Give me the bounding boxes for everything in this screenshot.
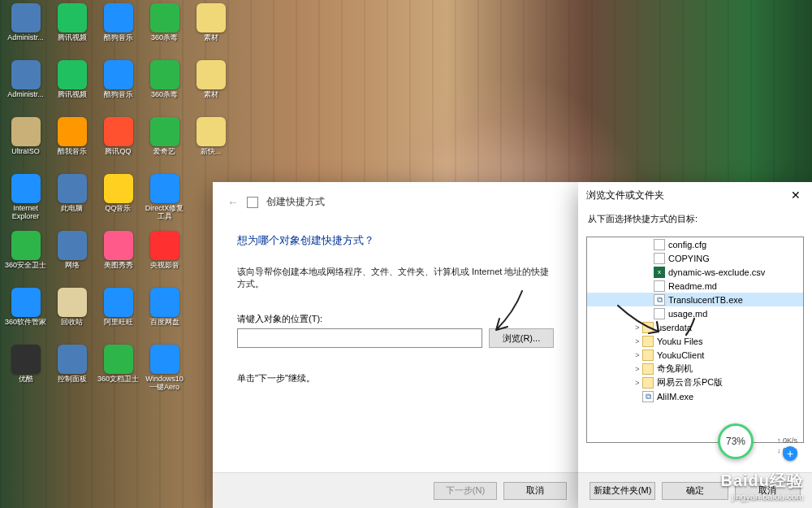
desktop-icon-label: 网络 [50,262,94,270]
speed-plus-button[interactable]: + [783,446,797,461]
desktop-icon[interactable]: 360文档卫士 [96,345,140,400]
desktop-icon-label: Windows10一键Aero [142,376,187,392]
desktop-icon[interactable]: 酷狗音乐 [96,3,140,59]
tree-node[interactable]: >YoukuClient [587,348,803,362]
close-icon[interactable]: ✕ [788,189,804,202]
tree-node[interactable]: >Youku Files [587,334,803,348]
desktop-icon[interactable]: 优酷 [3,345,48,400]
desktop-icon-label: 央视影音 [142,262,187,270]
desktop-icon[interactable]: 央视影音 [142,231,187,286]
desktop-icon[interactable]: 美图秀秀 [96,231,140,286]
tree-node-label: TranslucentTB.exe [668,295,743,305]
desktop-icon[interactable]: 回收站 [50,288,94,343]
desktop-icon-label: 回收站 [50,319,94,327]
app-icon [104,60,133,89]
next-button[interactable]: 下一步(N) [434,482,497,500]
location-input[interactable] [237,328,482,348]
network-speed-ball[interactable]: 73% [718,423,754,459]
watermark-url: jingyan.baidu.com [720,492,804,501]
expand-arrow-icon[interactable]: > [633,323,642,332]
desktop-icon[interactable]: 酷我音乐 [50,117,94,172]
tree-node-label: usage.md [668,309,707,319]
desktop-icon[interactable]: 腾讯视频 [50,60,94,115]
tree-node[interactable]: >奇兔刷机 [587,362,803,376]
expand-arrow-icon[interactable]: > [633,365,642,373]
desktop-icon[interactable]: 百度网盘 [142,288,187,343]
desktop-icon[interactable]: Internet Explorer [3,174,48,229]
tree-node[interactable]: ⧉AliIM.exe [587,389,803,403]
wizard-description: 该向导帮你创建本地或网络程序、文件、文件夹、计算机或 Internet 地址的快… [237,266,554,290]
app-icon [11,3,41,33]
app-icon [11,60,41,89]
tree-node[interactable]: xdynamic-ws-exclude.csv [587,265,803,279]
desktop-icon[interactable]: 网络 [50,231,94,286]
cancel-button[interactable]: 取消 [503,482,567,500]
desktop-icon[interactable]: 酷狗音乐 [96,60,140,115]
desktop-icon[interactable]: QQ音乐 [96,174,140,229]
folder-icon [642,336,654,347]
app-icon [11,117,41,146]
desktop-icon[interactable]: 控制面板 [50,345,94,400]
new-folder-button[interactable]: 新建文件夹(M) [590,482,655,500]
ok-button[interactable]: 确定 [662,482,728,500]
app-icon [58,345,87,374]
desktop-icon[interactable]: 新快... [188,117,233,172]
desktop-icon[interactable]: 素材 [188,60,233,115]
tree-node[interactable]: config.cfg [587,237,803,251]
app-icon [197,117,226,146]
tree-node[interactable]: >userdata [587,320,803,334]
folder-icon [642,350,654,361]
folder-icon [642,363,654,375]
desktop-icon-label: 360杀毒 [142,34,187,42]
desktop-icon-label: 控制面板 [50,376,94,384]
desktop-icon-label: DirectX修复工具 [142,205,187,221]
desktop-icon[interactable]: 此电脑 [50,174,94,229]
desktop-icon-grid: Administr...腾讯视频酷狗音乐360杀毒素材Administr...腾… [0,0,236,403]
back-arrow-icon[interactable]: ← [227,196,239,209]
desktop-icon[interactable]: 腾讯QQ [96,117,140,172]
shortcut-icon [247,197,258,208]
tree-node-label: Youku Files [657,336,702,346]
desktop-icon-label: 腾讯QQ [96,148,140,156]
desktop-icon[interactable]: 腾讯视频 [50,3,94,59]
desktop-icon[interactable]: 360杀毒 [142,3,187,59]
tree-node-label: YoukuClient [657,350,704,360]
file-icon [654,308,665,319]
exe-icon: ⧉ [642,391,654,402]
app-icon [150,288,179,317]
wizard-question: 想为哪个对象创建快捷方式？ [237,233,554,248]
tree-node[interactable]: COPYING [587,251,803,265]
desktop-icon[interactable]: Administr... [3,60,48,115]
expand-arrow-icon[interactable]: > [633,337,642,345]
desktop-icon[interactable]: 360安全卫士 [3,231,48,286]
tree-node-label: 网易云音乐PC版 [657,376,723,389]
tree-node[interactable]: ⧉TranslucentTB.exe [587,293,803,306]
desktop-icon-label: 360文档卫士 [96,376,140,384]
app-icon [58,231,87,260]
desktop-icon-label: 360杀毒 [142,91,187,99]
file-icon [654,239,665,250]
expand-arrow-icon[interactable]: > [633,379,642,387]
desktop-icon[interactable]: Administr... [3,3,48,59]
app-icon [104,3,133,33]
desktop-icon[interactable]: Windows10一键Aero [142,345,187,400]
app-icon [197,3,226,33]
desktop-icon-label: 美图秀秀 [96,262,140,270]
tree-node[interactable]: Readme.md [587,279,803,293]
desktop-icon[interactable]: 素材 [188,3,233,59]
desktop-icon[interactable]: 爱奇艺 [142,117,187,172]
app-icon [58,174,87,203]
desktop-icon[interactable]: UltraISO [3,117,48,172]
tree-node-label: 奇兔刷机 [657,363,693,375]
browse-button[interactable]: 浏览(R)... [489,328,554,348]
desktop-icon[interactable]: 360杀毒 [142,60,187,115]
desktop-icon[interactable]: DirectX修复工具 [142,174,187,229]
desktop-icon-label: 素材 [188,34,233,42]
desktop-icon[interactable]: 阿里旺旺 [96,288,140,343]
tree-node[interactable]: >网易云音乐PC版 [587,376,803,389]
expand-arrow-icon[interactable]: > [633,351,642,359]
folder-tree[interactable]: config.cfgCOPYINGxdynamic-ws-exclude.csv… [586,237,804,443]
tree-node[interactable]: usage.md [587,306,803,320]
desktop-icon[interactable]: 360软件管家 [3,288,48,343]
desktop-icon-label: 新快... [188,148,233,156]
